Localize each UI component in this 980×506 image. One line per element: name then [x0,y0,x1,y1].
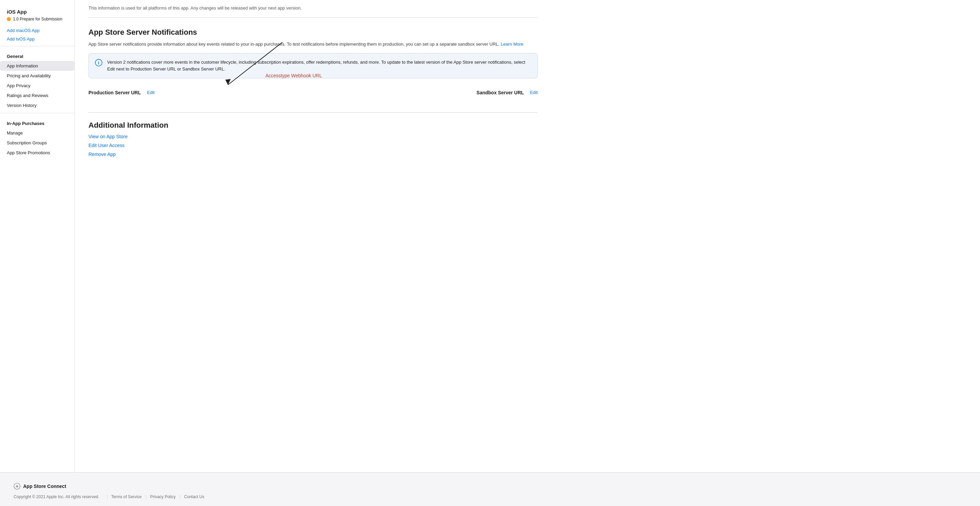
sidebar-item-ratings[interactable]: Ratings and Reviews [0,91,75,101]
footer-brand: App Store Connect [14,483,966,490]
in-app-header: In-App Purchases [0,116,75,128]
sidebar-item-app-information[interactable]: App Information [0,61,75,71]
edit-user-access-link[interactable]: Edit User Access [89,143,538,148]
sandbox-label: Sandbox Server URL [476,90,524,95]
learn-more-link[interactable]: Learn More [501,42,523,47]
svg-text:i: i [98,60,99,65]
ios-version: 1.0 Prepare for Submission [0,15,75,26]
footer-copyright: Copyright © 2021 Apple Inc. All rights r… [14,495,99,499]
add-macos-link[interactable]: Add macOS App [0,26,75,35]
sidebar-item-app-privacy[interactable]: App Privacy [0,81,75,91]
footer-links: Copyright © 2021 Apple Inc. All rights r… [14,495,966,499]
remove-app-link[interactable]: Remove App [89,152,538,157]
status-dot [7,17,11,21]
sidebar-item-version-history[interactable]: Version History [0,101,75,110]
svg-marker-3 [225,79,231,85]
sidebar-item-pricing[interactable]: Pricing and Availability [0,71,75,81]
sidebar-item-subscription-groups[interactable]: Subscription Groups [0,138,75,148]
footer-brand-name: App Store Connect [23,484,66,489]
version-label: 1.0 Prepare for Submission [13,17,62,21]
main-content: This information is used for all platfor… [75,0,551,472]
footer-contact-link[interactable]: Contact Us [184,495,204,499]
top-notice: This information is used for all platfor… [89,0,538,18]
additional-info-title: Additional Information [89,121,538,130]
footer-terms-link[interactable]: Terms of Service [111,495,142,499]
sidebar-item-manage[interactable]: Manage [0,128,75,138]
general-header: General [0,49,75,61]
sidebar-divider-1 [0,46,75,46]
ios-app-title: iOS App [0,5,75,15]
footer-privacy-link[interactable]: Privacy Policy [150,495,176,499]
page-layout: iOS App 1.0 Prepare for Submission Add m… [0,0,980,506]
section-divider [89,112,538,113]
view-on-app-store-link[interactable]: View on App Store [89,134,538,139]
production-edit-link[interactable]: Edit [147,90,154,95]
app-store-connect-logo-icon [14,483,21,490]
server-notifications-desc: App Store server notifications provide i… [89,41,538,48]
sidebar-item-app-store-promotions[interactable]: App Store Promotions [0,148,75,158]
server-notifications-title: App Store Server Notifications [89,28,538,37]
info-box: i Version 2 notifications cover more eve… [89,53,538,78]
server-url-row: Production Server URL Edit Sandbox Serve… [89,86,538,99]
server-notifications-section: App Store Server Notifications App Store… [89,28,538,99]
svg-point-4 [14,483,20,489]
sidebar-divider-2 [0,113,75,113]
production-label: Production Server URL [89,90,141,95]
sandbox-edit-link[interactable]: Edit [530,90,538,95]
add-tvos-link[interactable]: Add tvOS App [0,35,75,43]
additional-info-section: Additional Information View on App Store… [89,121,538,157]
sandbox-url-group: Sandbox Server URL Edit [476,90,538,95]
main-area: iOS App 1.0 Prepare for Submission Add m… [0,0,980,472]
info-box-text: Version 2 notifications cover more event… [107,59,531,72]
annotation-area: Production Server URL Edit Sandbox Serve… [89,86,538,99]
sidebar: iOS App 1.0 Prepare for Submission Add m… [0,0,75,472]
production-url-group: Production Server URL Edit [89,90,154,95]
footer: App Store Connect Copyright © 2021 Apple… [0,472,980,506]
info-icon: i [95,59,102,66]
additional-links: View on App Store Edit User Access Remov… [89,134,538,157]
